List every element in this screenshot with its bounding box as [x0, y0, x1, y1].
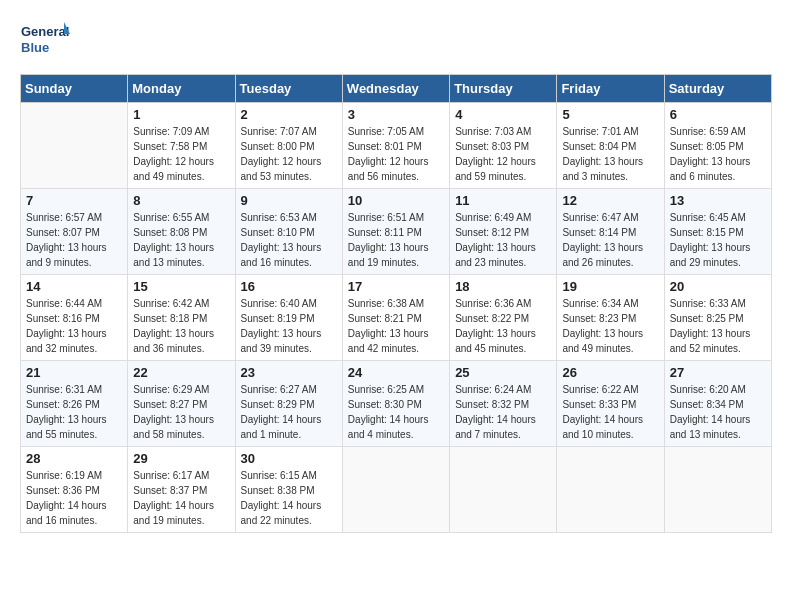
day-cell [450, 447, 557, 533]
day-number: 26 [562, 365, 658, 380]
day-cell: 20 Sunrise: 6:33 AMSunset: 8:25 PMDaylig… [664, 275, 771, 361]
day-info: Sunrise: 6:57 AMSunset: 8:07 PMDaylight:… [26, 210, 122, 270]
day-cell: 18 Sunrise: 6:36 AMSunset: 8:22 PMDaylig… [450, 275, 557, 361]
week-row-2: 7 Sunrise: 6:57 AMSunset: 8:07 PMDayligh… [21, 189, 772, 275]
logo-svg: General Blue [20, 20, 70, 64]
day-header-sunday: Sunday [21, 75, 128, 103]
day-info: Sunrise: 6:49 AMSunset: 8:12 PMDaylight:… [455, 210, 551, 270]
day-cell: 28 Sunrise: 6:19 AMSunset: 8:36 PMDaylig… [21, 447, 128, 533]
day-cell: 19 Sunrise: 6:34 AMSunset: 8:23 PMDaylig… [557, 275, 664, 361]
day-number: 10 [348, 193, 444, 208]
day-number: 12 [562, 193, 658, 208]
day-info: Sunrise: 6:47 AMSunset: 8:14 PMDaylight:… [562, 210, 658, 270]
day-info: Sunrise: 6:15 AMSunset: 8:38 PMDaylight:… [241, 468, 337, 528]
day-header-thursday: Thursday [450, 75, 557, 103]
day-number: 24 [348, 365, 444, 380]
day-info: Sunrise: 6:42 AMSunset: 8:18 PMDaylight:… [133, 296, 229, 356]
day-header-friday: Friday [557, 75, 664, 103]
day-cell: 12 Sunrise: 6:47 AMSunset: 8:14 PMDaylig… [557, 189, 664, 275]
day-number: 11 [455, 193, 551, 208]
day-number: 8 [133, 193, 229, 208]
day-cell: 16 Sunrise: 6:40 AMSunset: 8:19 PMDaylig… [235, 275, 342, 361]
day-cell: 5 Sunrise: 7:01 AMSunset: 8:04 PMDayligh… [557, 103, 664, 189]
week-row-3: 14 Sunrise: 6:44 AMSunset: 8:16 PMDaylig… [21, 275, 772, 361]
day-number: 21 [26, 365, 122, 380]
day-cell [342, 447, 449, 533]
day-info: Sunrise: 6:31 AMSunset: 8:26 PMDaylight:… [26, 382, 122, 442]
week-row-4: 21 Sunrise: 6:31 AMSunset: 8:26 PMDaylig… [21, 361, 772, 447]
day-number: 15 [133, 279, 229, 294]
day-number: 22 [133, 365, 229, 380]
day-cell: 23 Sunrise: 6:27 AMSunset: 8:29 PMDaylig… [235, 361, 342, 447]
day-info: Sunrise: 6:36 AMSunset: 8:22 PMDaylight:… [455, 296, 551, 356]
day-cell: 29 Sunrise: 6:17 AMSunset: 8:37 PMDaylig… [128, 447, 235, 533]
week-row-1: 1 Sunrise: 7:09 AMSunset: 7:58 PMDayligh… [21, 103, 772, 189]
day-cell: 22 Sunrise: 6:29 AMSunset: 8:27 PMDaylig… [128, 361, 235, 447]
day-number: 3 [348, 107, 444, 122]
svg-text:General: General [21, 24, 69, 39]
day-header-wednesday: Wednesday [342, 75, 449, 103]
day-number: 30 [241, 451, 337, 466]
day-cell: 9 Sunrise: 6:53 AMSunset: 8:10 PMDayligh… [235, 189, 342, 275]
calendar-table: SundayMondayTuesdayWednesdayThursdayFrid… [20, 74, 772, 533]
day-cell: 24 Sunrise: 6:25 AMSunset: 8:30 PMDaylig… [342, 361, 449, 447]
day-number: 25 [455, 365, 551, 380]
day-info: Sunrise: 6:44 AMSunset: 8:16 PMDaylight:… [26, 296, 122, 356]
day-info: Sunrise: 7:05 AMSunset: 8:01 PMDaylight:… [348, 124, 444, 184]
day-cell: 1 Sunrise: 7:09 AMSunset: 7:58 PMDayligh… [128, 103, 235, 189]
day-info: Sunrise: 6:40 AMSunset: 8:19 PMDaylight:… [241, 296, 337, 356]
day-info: Sunrise: 6:53 AMSunset: 8:10 PMDaylight:… [241, 210, 337, 270]
day-number: 1 [133, 107, 229, 122]
day-cell [21, 103, 128, 189]
day-cell: 30 Sunrise: 6:15 AMSunset: 8:38 PMDaylig… [235, 447, 342, 533]
day-cell: 13 Sunrise: 6:45 AMSunset: 8:15 PMDaylig… [664, 189, 771, 275]
day-info: Sunrise: 6:34 AMSunset: 8:23 PMDaylight:… [562, 296, 658, 356]
day-info: Sunrise: 6:24 AMSunset: 8:32 PMDaylight:… [455, 382, 551, 442]
day-info: Sunrise: 7:09 AMSunset: 7:58 PMDaylight:… [133, 124, 229, 184]
day-header-saturday: Saturday [664, 75, 771, 103]
day-info: Sunrise: 6:51 AMSunset: 8:11 PMDaylight:… [348, 210, 444, 270]
day-number: 20 [670, 279, 766, 294]
day-info: Sunrise: 6:59 AMSunset: 8:05 PMDaylight:… [670, 124, 766, 184]
day-info: Sunrise: 6:25 AMSunset: 8:30 PMDaylight:… [348, 382, 444, 442]
day-number: 5 [562, 107, 658, 122]
day-info: Sunrise: 7:07 AMSunset: 8:00 PMDaylight:… [241, 124, 337, 184]
week-row-5: 28 Sunrise: 6:19 AMSunset: 8:36 PMDaylig… [21, 447, 772, 533]
svg-text:Blue: Blue [21, 40, 49, 55]
day-header-monday: Monday [128, 75, 235, 103]
day-cell: 25 Sunrise: 6:24 AMSunset: 8:32 PMDaylig… [450, 361, 557, 447]
day-info: Sunrise: 6:38 AMSunset: 8:21 PMDaylight:… [348, 296, 444, 356]
day-cell: 21 Sunrise: 6:31 AMSunset: 8:26 PMDaylig… [21, 361, 128, 447]
day-cell [557, 447, 664, 533]
day-cell: 8 Sunrise: 6:55 AMSunset: 8:08 PMDayligh… [128, 189, 235, 275]
day-info: Sunrise: 6:22 AMSunset: 8:33 PMDaylight:… [562, 382, 658, 442]
day-cell: 27 Sunrise: 6:20 AMSunset: 8:34 PMDaylig… [664, 361, 771, 447]
day-number: 2 [241, 107, 337, 122]
day-info: Sunrise: 6:45 AMSunset: 8:15 PMDaylight:… [670, 210, 766, 270]
day-info: Sunrise: 6:19 AMSunset: 8:36 PMDaylight:… [26, 468, 122, 528]
day-number: 28 [26, 451, 122, 466]
day-number: 9 [241, 193, 337, 208]
day-number: 7 [26, 193, 122, 208]
day-number: 23 [241, 365, 337, 380]
day-number: 16 [241, 279, 337, 294]
day-cell [664, 447, 771, 533]
day-number: 4 [455, 107, 551, 122]
day-info: Sunrise: 6:17 AMSunset: 8:37 PMDaylight:… [133, 468, 229, 528]
day-cell: 17 Sunrise: 6:38 AMSunset: 8:21 PMDaylig… [342, 275, 449, 361]
day-number: 27 [670, 365, 766, 380]
day-cell: 15 Sunrise: 6:42 AMSunset: 8:18 PMDaylig… [128, 275, 235, 361]
day-info: Sunrise: 6:27 AMSunset: 8:29 PMDaylight:… [241, 382, 337, 442]
day-cell: 10 Sunrise: 6:51 AMSunset: 8:11 PMDaylig… [342, 189, 449, 275]
day-number: 29 [133, 451, 229, 466]
day-number: 18 [455, 279, 551, 294]
day-cell: 3 Sunrise: 7:05 AMSunset: 8:01 PMDayligh… [342, 103, 449, 189]
day-cell: 7 Sunrise: 6:57 AMSunset: 8:07 PMDayligh… [21, 189, 128, 275]
day-info: Sunrise: 6:33 AMSunset: 8:25 PMDaylight:… [670, 296, 766, 356]
day-number: 17 [348, 279, 444, 294]
day-cell: 2 Sunrise: 7:07 AMSunset: 8:00 PMDayligh… [235, 103, 342, 189]
day-info: Sunrise: 7:03 AMSunset: 8:03 PMDaylight:… [455, 124, 551, 184]
logo: General Blue [20, 20, 70, 64]
day-cell: 6 Sunrise: 6:59 AMSunset: 8:05 PMDayligh… [664, 103, 771, 189]
header-row: SundayMondayTuesdayWednesdayThursdayFrid… [21, 75, 772, 103]
